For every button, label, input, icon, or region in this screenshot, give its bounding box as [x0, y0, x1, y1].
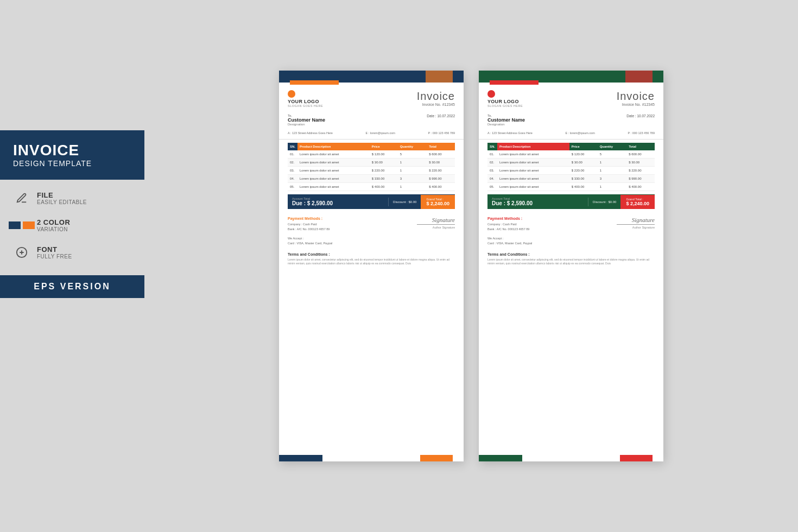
- feature-file-label: FILE: [37, 191, 87, 199]
- td-desc: Lorem ipsum dolor sit amet: [297, 167, 370, 175]
- td-sn: 03.: [288, 167, 297, 175]
- td-total: $ 220.00: [626, 167, 655, 175]
- footer-left-navy: [279, 455, 322, 461]
- signature-area-2: Signature Author Signature: [617, 217, 655, 229]
- td-total: $ 600.00: [626, 150, 655, 159]
- td-qty: 5: [598, 150, 626, 159]
- td-sn: 01.: [487, 150, 497, 159]
- td-desc: Lorem ipsum dolor sit amet: [497, 167, 569, 175]
- header-right-accent: [426, 71, 453, 83]
- logo-area-2: YOUR LOGO SLOGAN GOES HERE: [487, 90, 523, 107]
- font-icon: [13, 244, 30, 261]
- table-row: 05. Lorem ipsum dolor sit amet $ 400.00 …: [288, 183, 455, 191]
- email-1: E : lorem@ipsum.com: [366, 131, 395, 135]
- td-price: $ 330.00: [569, 175, 598, 183]
- header-red-accent: [490, 80, 539, 85]
- td-total: $ 400.00: [427, 183, 455, 191]
- billing-1: To, Customer Name Designation Date : 10.…: [279, 112, 464, 130]
- td-sn: 02.: [487, 159, 497, 167]
- sidebar-design-template: DESIGN TEMPLATE: [13, 159, 131, 168]
- customer-name-2: Customer Name: [487, 117, 525, 123]
- feature-color-sublabel: VARIATION: [37, 226, 70, 232]
- feature-font-sublabel: FULLY FREE: [37, 254, 72, 259]
- header-right-accent-red: [625, 71, 653, 83]
- date-label-1: Date : 10.07.2022: [427, 114, 455, 118]
- td-price: $ 220.00: [569, 167, 598, 175]
- sig-label-2: Author Signature: [617, 226, 655, 229]
- logo-circle-orange: [288, 90, 295, 98]
- terms-title-2: Terms and Conditions :: [487, 252, 655, 256]
- td-price: $ 120.00: [569, 150, 598, 159]
- th-sn-2: SN.: [487, 143, 497, 150]
- table-row: 04. Lorem ipsum dolor sit amet $ 330.00 …: [487, 175, 655, 183]
- feature-file-sublabel: EASILY EDITABLE: [37, 199, 87, 205]
- designation-1: Designation: [288, 123, 325, 126]
- date-label-2: Date : 10.07.2022: [626, 114, 655, 118]
- td-qty: 1: [398, 183, 427, 191]
- th-sn-1: SN.: [288, 143, 297, 150]
- discount-1: Discount : $0.00: [388, 198, 421, 206]
- table-row: 03. Lorem ipsum dolor sit amet $ 220.00 …: [288, 167, 455, 175]
- header-bar-navy: [279, 71, 464, 83]
- color-icon: [13, 217, 30, 234]
- footer-accents-2: [479, 455, 663, 461]
- td-sn: 04.: [288, 175, 297, 183]
- due-section-1: Account Total Due : $ 2,590.00: [288, 194, 388, 209]
- email-2: E : lorem@ipsum.com: [566, 131, 595, 135]
- footer-left-green: [479, 455, 522, 461]
- address-2: A : 123 Street Address Goes Here: [487, 131, 533, 135]
- payment-1: Payment Methods : Company : Cash Paid Ba…: [279, 212, 464, 249]
- logo-circle-red: [487, 90, 495, 98]
- th-qty-2: Quantity: [598, 143, 626, 150]
- td-qty: 1: [398, 159, 427, 167]
- payment-detail-2: Company : Cash Paid Bank : A/C No. 00012…: [487, 222, 532, 246]
- designation-2: Designation: [487, 123, 525, 126]
- header-bar-green: [479, 71, 663, 83]
- td-total: $ 400.00: [626, 183, 655, 191]
- td-qty: 1: [598, 183, 626, 191]
- td-total: $ 600.00: [427, 150, 455, 159]
- footer-right-orange: [420, 455, 453, 461]
- table-row: 03. Lorem ipsum dolor sit amet $ 220.00 …: [487, 167, 655, 175]
- logo-text-2: YOUR LOGO: [487, 99, 519, 104]
- invoice-table-1: SN. Product Description Price Quantity T…: [288, 143, 455, 191]
- sidebar-invoice-title: INVOICE: [13, 142, 131, 159]
- address-row-1: A : 123 Street Address Goes Here E : lor…: [279, 130, 464, 140]
- td-sn: 05.: [487, 183, 497, 191]
- payment-title-1: Payment Methods :: [288, 217, 332, 220]
- feature-font: FONT FULLY FREE: [13, 244, 131, 261]
- td-price: $ 30.00: [370, 159, 398, 167]
- due-amount-2: Due : $ 2,590.00: [492, 200, 584, 206]
- td-price: $ 220.00: [370, 167, 398, 175]
- td-qty: 3: [398, 175, 427, 183]
- invoice-card-2: YOUR LOGO SLOGAN GOES HERE Invoice Invoi…: [479, 71, 663, 461]
- td-price: $ 400.00: [370, 183, 398, 191]
- due-section-2: Account Total Due : $ 2,590.00: [487, 194, 588, 209]
- th-total-2: Total: [626, 143, 655, 150]
- phone-2: P : 000 123 456 789: [628, 131, 655, 135]
- feature-color: 2 COLOR VARIATION: [13, 217, 131, 234]
- logo-text-1: YOUR LOGO: [288, 99, 319, 104]
- feature-color-label: 2 COLOR: [37, 218, 70, 226]
- td-price: $ 400.00: [569, 183, 598, 191]
- table-row: 04. Lorem ipsum dolor sit amet $ 330.00 …: [288, 175, 455, 183]
- grand-amount-2: $ 2,240.00: [626, 201, 649, 206]
- grand-amount-1: $ 2,240.00: [426, 201, 449, 206]
- td-qty: 5: [398, 150, 427, 159]
- color-swatch-navy: [9, 221, 21, 229]
- table-row: 02. Lorem ipsum dolor sit amet $ 30.00 1…: [487, 159, 655, 167]
- td-sn: 04.: [487, 175, 497, 183]
- signature-area-1: Signature Author Signature: [417, 217, 455, 229]
- sig-rule-2: [617, 224, 655, 225]
- td-price: $ 330.00: [370, 175, 398, 183]
- terms-1: Terms and Conditions : Lorem ipsum dolor…: [279, 249, 464, 455]
- td-total: $ 30.00: [626, 159, 655, 167]
- terms-title-1: Terms and Conditions :: [288, 252, 455, 256]
- sidebar: INVOICE DESIGN TEMPLATE FILE EASILY EDIT…: [0, 0, 144, 532]
- terms-text-1: Lorem ipsum dolor sit amet, consectetur …: [288, 258, 455, 266]
- td-desc: Lorem ipsum dolor sit amet: [497, 150, 569, 159]
- payment-left-2: Payment Methods : Company : Cash Paid Ba…: [487, 217, 532, 246]
- payment-2: Payment Methods : Company : Cash Paid Ba…: [479, 212, 663, 249]
- header-orange-accent: [290, 80, 339, 85]
- table-row: 01. Lorem ipsum dolor sit amet $ 120.00 …: [487, 150, 655, 159]
